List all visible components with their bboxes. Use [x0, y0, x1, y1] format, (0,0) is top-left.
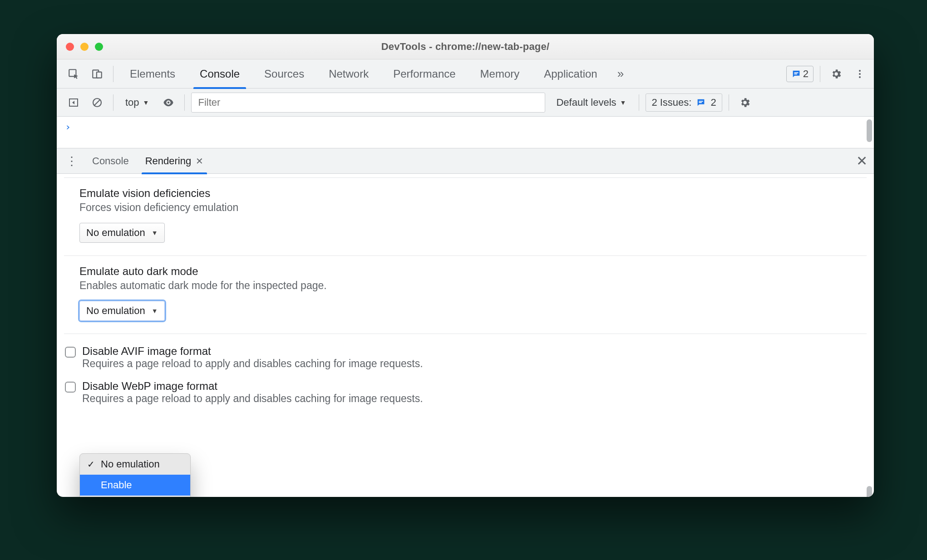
option-no-emulation[interactable]: ✓ No emulation: [80, 454, 190, 475]
svg-rect-2: [97, 72, 102, 78]
close-window-button[interactable]: [66, 43, 74, 51]
option-label: Enable: [101, 479, 132, 491]
divider: [729, 94, 729, 111]
issues-count: 2: [710, 97, 716, 108]
context-selector[interactable]: top ▼: [120, 95, 154, 110]
window-controls: [57, 43, 103, 51]
tab-console[interactable]: Console: [190, 59, 250, 88]
section-vision-deficiencies: Emulate vision deficiencies Forces visio…: [57, 178, 874, 255]
close-icon[interactable]: ✕: [196, 156, 203, 167]
option-label: No emulation: [101, 458, 160, 470]
svg-line-10: [94, 100, 100, 105]
check-icon: ✓: [86, 459, 95, 470]
svg-point-5: [859, 70, 861, 72]
svg-point-11: [168, 101, 170, 103]
chevron-down-icon: ▼: [152, 229, 158, 236]
chevron-down-icon: ▼: [152, 307, 158, 314]
section-desc: Enables automatic dark mode for the insp…: [79, 280, 851, 292]
tab-label: Performance: [393, 68, 455, 80]
zoom-window-button[interactable]: [95, 43, 103, 51]
context-label: top: [125, 97, 139, 108]
tab-label: Elements: [130, 68, 175, 80]
drawer-more-icon[interactable]: ⋮: [61, 155, 82, 167]
chat-icon: [791, 69, 801, 79]
select-value: No emulation: [86, 227, 145, 239]
scrollbar-thumb[interactable]: [867, 119, 872, 142]
chevron-down-icon: ▼: [143, 99, 149, 106]
settings-icon[interactable]: [827, 64, 846, 84]
scrollbar-thumb[interactable]: [867, 486, 872, 497]
levels-label: Default levels: [556, 97, 616, 108]
checkbox-desc: Requires a page reload to apply and disa…: [82, 393, 423, 405]
window-title: DevTools - chrome://new-tab-page/: [57, 34, 874, 59]
checkbox-disable-webp[interactable]: [65, 382, 76, 393]
chevron-down-icon: ▼: [620, 99, 626, 106]
tab-performance[interactable]: Performance: [383, 59, 465, 88]
console-output[interactable]: ›: [57, 117, 874, 148]
checkbox-title: Disable WebP image format: [82, 380, 423, 393]
option-enable[interactable]: Enable: [80, 475, 190, 496]
issues-button[interactable]: 2 Issues: 2: [646, 93, 722, 112]
titlebar: DevTools - chrome://new-tab-page/: [57, 34, 874, 59]
device-toolbar-icon[interactable]: [88, 64, 107, 84]
tab-application[interactable]: Application: [534, 59, 607, 88]
section-auto-dark-mode: Emulate auto dark mode Enables automatic…: [57, 256, 874, 334]
log-levels-selector[interactable]: Default levels ▼: [550, 97, 632, 108]
devtools-window: DevTools - chrome://new-tab-page/ Elemen…: [57, 34, 874, 497]
filter-input[interactable]: [191, 93, 545, 113]
more-tabs-icon[interactable]: »: [612, 67, 629, 81]
svg-rect-4: [794, 74, 797, 74]
auto-dark-mode-dropdown: ✓ No emulation Enable Disable: [79, 453, 191, 497]
checkbox-title: Disable AVIF image format: [82, 345, 423, 358]
tab-memory[interactable]: Memory: [470, 59, 530, 88]
tab-label: Console: [200, 68, 240, 80]
tab-label: Sources: [264, 68, 304, 80]
drawer-tab-console[interactable]: Console: [86, 148, 135, 174]
checkbox-desc: Requires a page reload to apply and disa…: [82, 358, 423, 370]
chat-icon: [696, 98, 706, 108]
console-settings-icon[interactable]: [735, 93, 754, 112]
section-title: Emulate auto dark mode: [79, 265, 851, 278]
checkbox-disable-avif[interactable]: [65, 347, 76, 358]
drawer-tab-label: Rendering: [145, 155, 192, 167]
option-disable[interactable]: Disable: [80, 496, 190, 497]
row-disable-avif: Disable AVIF image format Requires a pag…: [57, 341, 874, 370]
divider: [184, 94, 185, 111]
divider: [113, 94, 113, 111]
tab-elements[interactable]: Elements: [120, 59, 185, 88]
auto-dark-mode-select[interactable]: No emulation ▼: [79, 301, 165, 321]
svg-point-6: [859, 73, 861, 75]
divider: [820, 66, 820, 82]
more-icon[interactable]: [850, 64, 869, 84]
sidebar-toggle-icon[interactable]: [64, 93, 83, 112]
console-messages-badge[interactable]: 2: [786, 66, 814, 82]
divider: [639, 94, 639, 111]
rendering-pane: Emulate vision deficiencies Forces visio…: [57, 175, 874, 497]
console-prompt: ›: [65, 121, 71, 133]
section-title: Emulate vision deficiencies: [79, 187, 851, 200]
divider: [64, 334, 867, 334]
clear-console-icon[interactable]: [88, 93, 107, 112]
console-toolbar: top ▼ Default levels ▼ 2 Issues: 2: [57, 88, 874, 117]
tab-sources[interactable]: Sources: [254, 59, 314, 88]
tab-label: Network: [329, 68, 369, 80]
inspect-element-icon[interactable]: [64, 64, 83, 84]
close-drawer-icon[interactable]: ✕: [856, 153, 868, 169]
svg-rect-12: [699, 101, 703, 102]
drawer-tab-label: Console: [92, 155, 129, 167]
svg-rect-3: [794, 72, 798, 73]
minimize-window-button[interactable]: [80, 43, 89, 51]
tab-label: Memory: [480, 68, 520, 80]
tab-network[interactable]: Network: [319, 59, 379, 88]
section-desc: Forces vision deficiency emulation: [79, 201, 851, 214]
issues-label: 2 Issues:: [651, 97, 691, 108]
drawer-tabs: ⋮ Console Rendering ✕ ✕: [57, 148, 874, 174]
drawer-tab-rendering[interactable]: Rendering ✕: [139, 148, 210, 174]
row-disable-webp: Disable WebP image format Requires a pag…: [57, 376, 874, 405]
main-tabs: Elements Console Sources Network Perform…: [57, 59, 874, 88]
svg-point-7: [859, 76, 861, 78]
live-expression-icon[interactable]: [159, 93, 178, 112]
divider: [113, 66, 113, 82]
vision-deficiency-select[interactable]: No emulation ▼: [79, 223, 165, 243]
select-value: No emulation: [86, 305, 145, 317]
